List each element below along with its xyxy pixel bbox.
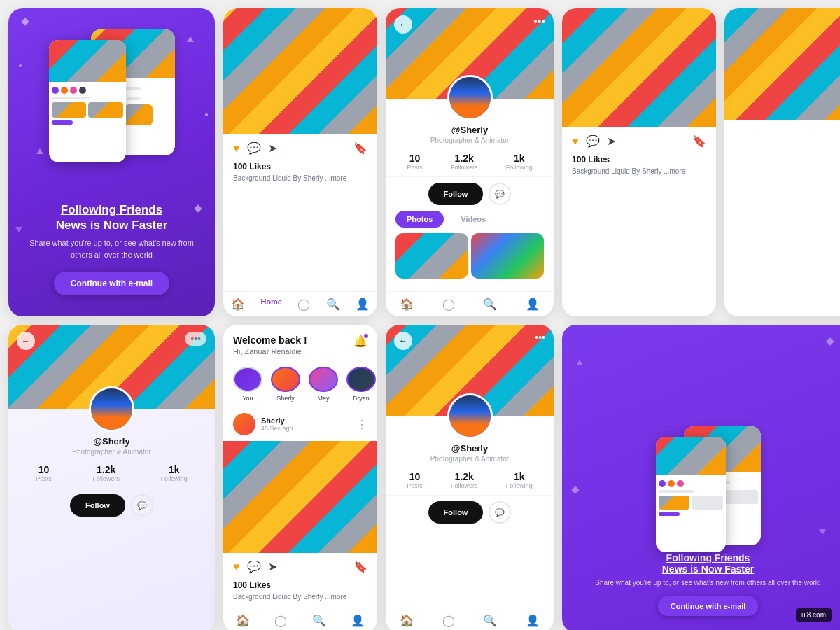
post-more-btn[interactable]: ⋮ — [356, 418, 368, 431]
story-name-bryan: Bryan — [353, 395, 370, 402]
message-btn-bottom-left[interactable]: 💬 — [131, 494, 153, 517]
feed-welcome-text: Welcome back ! — [233, 335, 307, 346]
comment-icon-right[interactable]: 💬 — [586, 134, 600, 148]
post-desc-top: Background Liquid By Sherly ...more — [223, 172, 377, 189]
post-user-row: Sherly 45 Sec ago ⋮ — [223, 407, 377, 441]
right-hero-cta-button[interactable]: Continue with e-mail — [658, 596, 759, 616]
nav-explore[interactable]: ◯ — [298, 298, 310, 311]
feed-nav-home[interactable]: 🏠 — [236, 614, 250, 627]
feed-username-text: Hi, Zanuar Renaldie — [233, 347, 307, 356]
story-bryan[interactable]: Bryan — [346, 367, 376, 402]
phone-mockup — [49, 22, 175, 162]
profile-stats-bottom-left: 10 Posts 1.2k Followers 1k Following — [8, 456, 215, 489]
stat-followers-bl: 1.2k Followers — [92, 464, 120, 482]
stat-followers-label: Followers — [451, 164, 478, 171]
bookmark-icon[interactable]: 🔖 — [354, 141, 368, 155]
stat-following-label-bl: Following — [161, 475, 188, 482]
bookmark-icon-right[interactable]: 🔖 — [692, 134, 706, 148]
story-sherly[interactable]: Sherly — [271, 367, 300, 402]
profile-bio-bottom-left: Photographer & Animator — [72, 448, 150, 456]
more-btn-bc[interactable]: ••• — [535, 332, 545, 343]
more-btn-bottom-left[interactable]: ••• — [185, 332, 206, 346]
stat-following: 1k Following — [506, 153, 533, 171]
feed-bookmark-icon[interactable]: 🔖 — [354, 560, 368, 573]
profile-back-button[interactable]: ← — [394, 15, 412, 34]
story-name-mey: Mey — [317, 395, 329, 402]
stat-posts-bl: 10 Posts — [36, 464, 52, 482]
notification-bell[interactable]: 🔔 — [354, 335, 368, 348]
like-icon-right[interactable]: ♥ — [572, 135, 579, 148]
story-you[interactable]: You — [233, 367, 262, 402]
share-icon[interactable]: ➤ — [268, 141, 277, 155]
feed-comment-icon[interactable]: 💬 — [247, 560, 261, 573]
nav-profile[interactable]: 👤 — [356, 298, 370, 311]
feed-nav-profile[interactable]: 👤 — [351, 614, 365, 627]
feed-post-image — [223, 441, 377, 553]
tab-videos[interactable]: Videos — [449, 211, 497, 227]
notification-dot — [363, 333, 369, 339]
stat-following-bl: 1k Following — [161, 464, 188, 482]
profile-nav-explore[interactable]: ◯ — [442, 298, 455, 311]
post-actions-top: ♥ 💬 ➤ 🔖 — [223, 134, 377, 162]
profile-username: @Sherly — [451, 125, 488, 135]
message-button-center[interactable]: 💬 — [489, 183, 511, 205]
follow-button-center[interactable]: Follow — [428, 183, 484, 205]
profile-nav-bc-home[interactable]: 🏠 — [400, 614, 414, 627]
feed-card: Welcome back ! Hi, Zanuar Renaldie 🔔 You… — [223, 325, 377, 630]
feed-like-icon[interactable]: ♥ — [233, 561, 240, 573]
share-icon-right[interactable]: ➤ — [607, 134, 616, 148]
back-btn-bottom-left[interactable]: ← — [17, 332, 35, 350]
stat-followers: 1.2k Followers — [451, 153, 478, 171]
post-user-info: Sherly 45 Sec ago — [261, 416, 351, 432]
profile-nav: 🏠 ◯ 🔍 👤 — [386, 291, 554, 316]
story-mey[interactable]: Mey — [309, 367, 338, 402]
stat-followers-label-bc: Followers — [451, 482, 478, 489]
comment-icon[interactable]: 💬 — [247, 141, 261, 155]
right-phone-mockup — [656, 419, 761, 545]
post-nav-top: 🏠 Home ◯ 🔍 👤 — [223, 291, 377, 316]
stat-following-num-bc: 1k — [506, 471, 533, 482]
feed-post-desc: Background Liquid By Sherly ...more — [223, 590, 377, 608]
back-btn-bc[interactable]: ← — [394, 332, 412, 350]
nav-home[interactable]: 🏠 — [231, 298, 245, 311]
right-phone-front — [656, 437, 726, 552]
story-avatar-sherly — [271, 367, 300, 392]
main-grid: Following Friends News is Now Faster Sha… — [0, 0, 840, 630]
hero-title: Following Friends News is Now Faster — [22, 202, 201, 233]
profile-avatar-bottom-left — [89, 386, 134, 432]
message-btn-bc[interactable]: 💬 — [489, 501, 511, 524]
feed-share-icon[interactable]: ➤ — [268, 560, 277, 573]
stories-row: You Sherly Mey Bryan — [223, 361, 377, 407]
like-icon[interactable]: ♥ — [233, 142, 240, 155]
stat-following-num: 1k — [506, 153, 533, 164]
feed-nav-explore[interactable]: ◯ — [274, 614, 287, 627]
profile-nav-home[interactable]: 🏠 — [400, 298, 414, 311]
tab-photos[interactable]: Photos — [396, 211, 444, 227]
hero-cta-button[interactable]: Continue with e-mail — [54, 272, 169, 295]
nav-search[interactable]: 🔍 — [326, 298, 340, 311]
post-user-name: Sherly — [261, 416, 351, 425]
story-avatar-bryan — [346, 367, 376, 392]
profile-nav-search[interactable]: 🔍 — [483, 298, 497, 311]
profile-nav-bc-user[interactable]: 👤 — [526, 614, 540, 627]
right-hero-title: Following Friends News is Now Faster — [595, 552, 820, 575]
stat-following-label: Following — [506, 164, 533, 171]
feed-nav-search[interactable]: 🔍 — [312, 614, 326, 627]
follow-button-bc[interactable]: Follow — [428, 501, 484, 524]
stat-posts-num-bc: 10 — [407, 471, 423, 482]
profile-nav-bc-search[interactable]: 🔍 — [483, 614, 497, 627]
profile-nav-user[interactable]: 👤 — [526, 298, 540, 311]
story-avatar-you — [233, 367, 262, 392]
follow-button-bottom-left[interactable]: Follow — [70, 494, 125, 517]
hero-subtitle: Share what you're up to, or see what's n… — [22, 237, 201, 260]
profile-more-button[interactable]: ••• — [533, 15, 545, 28]
profile-username-bottom-left: @Sherly — [93, 436, 130, 447]
stat-followers-num-bc: 1.2k — [451, 471, 478, 482]
stat-posts: 10 Posts — [407, 153, 423, 171]
stat-posts-num-bl: 10 — [36, 464, 52, 475]
post-image-top — [223, 8, 377, 134]
feed-header: Welcome back ! Hi, Zanuar Renaldie 🔔 — [223, 325, 377, 361]
stat-following-label-bc: Following — [506, 482, 533, 489]
hero-card-left: Following Friends News is Now Faster Sha… — [8, 8, 215, 316]
profile-nav-bc-explore[interactable]: ◯ — [442, 614, 455, 627]
